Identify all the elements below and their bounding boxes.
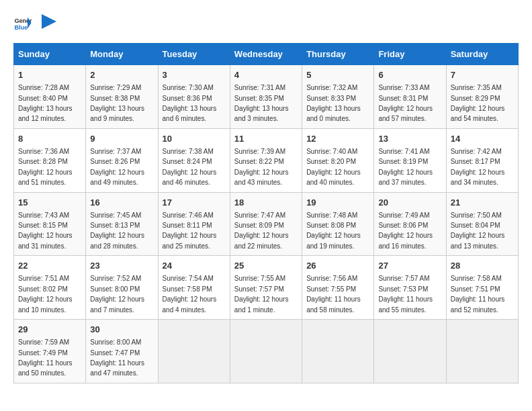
sunrise-info: Sunrise: 7:55 AM — [234, 275, 285, 282]
sunrise-info: Sunrise: 7:47 AM — [234, 212, 285, 219]
sunrise-info: Sunrise: 7:51 AM — [18, 275, 69, 282]
daylight-info: Daylight: 12 hours and 4 minutes. — [163, 295, 217, 313]
daylight-info: Daylight: 12 hours and 16 minutes. — [378, 232, 433, 249]
daylight-info: Daylight: 11 hours and 52 minutes. — [451, 295, 505, 313]
weekday-header-tuesday: Tuesday — [158, 44, 230, 65]
calendar-day-cell: 24 Sunrise: 7:54 AM Sunset: 7:58 PM Dayl… — [158, 256, 230, 320]
sunrise-info: Sunrise: 8:00 AM — [90, 338, 141, 346]
day-number: 21 — [451, 197, 514, 209]
sunset-info: Sunset: 8:31 PM — [378, 95, 428, 102]
sunrise-info: Sunrise: 7:35 AM — [451, 84, 502, 91]
day-number: 8 — [18, 133, 81, 145]
weekday-header-thursday: Thursday — [302, 44, 374, 65]
weekday-header-friday: Friday — [374, 44, 446, 65]
sunrise-info: Sunrise: 7:49 AM — [378, 212, 429, 219]
sunset-info: Sunset: 8:09 PM — [234, 222, 284, 229]
sunrise-info: Sunrise: 7:48 AM — [306, 212, 357, 219]
sunrise-info: Sunrise: 7:29 AM — [90, 84, 141, 91]
daylight-info: Daylight: 12 hours and 19 minutes. — [306, 232, 361, 249]
calendar-day-cell: 8 Sunrise: 7:36 AM Sunset: 8:28 PM Dayli… — [14, 128, 86, 192]
sunset-info: Sunset: 8:35 PM — [234, 95, 284, 102]
calendar-day-cell: 4 Sunrise: 7:31 AM Sunset: 8:35 PM Dayli… — [230, 65, 302, 129]
day-number: 24 — [163, 260, 226, 272]
sunset-info: Sunset: 8:36 PM — [163, 95, 212, 102]
calendar-day-cell: 15 Sunrise: 7:43 AM Sunset: 8:15 PM Dayl… — [14, 192, 86, 256]
calendar-day-cell: 5 Sunrise: 7:32 AM Sunset: 8:33 PM Dayli… — [302, 65, 374, 129]
calendar-day-cell: 3 Sunrise: 7:30 AM Sunset: 8:36 PM Dayli… — [158, 65, 230, 129]
sunset-info: Sunset: 8:20 PM — [306, 158, 356, 165]
svg-marker-3 — [42, 14, 56, 29]
sunset-info: Sunset: 7:49 PM — [18, 349, 68, 357]
logo-arrow-icon — [42, 14, 56, 29]
daylight-info: Daylight: 13 hours and 6 minutes. — [163, 105, 217, 122]
weekday-header-saturday: Saturday — [446, 44, 518, 65]
sunset-info: Sunset: 7:57 PM — [234, 285, 284, 293]
day-number: 9 — [90, 133, 153, 145]
sunrise-info: Sunrise: 7:33 AM — [378, 84, 429, 91]
empty-cell — [446, 320, 518, 383]
calendar-day-cell: 10 Sunrise: 7:38 AM Sunset: 8:24 PM Dayl… — [158, 128, 230, 192]
daylight-info: Daylight: 12 hours and 28 minutes. — [90, 232, 144, 249]
logo-icon: General Blue — [13, 13, 32, 32]
sunrise-info: Sunrise: 7:50 AM — [451, 212, 502, 219]
calendar-day-cell: 2 Sunrise: 7:29 AM Sunset: 8:38 PM Dayli… — [86, 65, 158, 129]
calendar-day-cell: 14 Sunrise: 7:42 AM Sunset: 8:17 PM Dayl… — [446, 128, 518, 192]
sunrise-info: Sunrise: 7:31 AM — [234, 84, 285, 91]
calendar-day-cell: 17 Sunrise: 7:46 AM Sunset: 8:11 PM Dayl… — [158, 192, 230, 256]
calendar-week-row: 1 Sunrise: 7:28 AM Sunset: 8:40 PM Dayli… — [14, 65, 519, 129]
empty-cell — [230, 320, 302, 383]
sunset-info: Sunset: 8:38 PM — [90, 95, 140, 102]
sunrise-info: Sunrise: 7:59 AM — [18, 338, 69, 346]
day-number: 7 — [451, 69, 514, 81]
calendar-day-cell: 13 Sunrise: 7:41 AM Sunset: 8:19 PM Dayl… — [374, 128, 446, 192]
calendar-day-cell: 25 Sunrise: 7:55 AM Sunset: 7:57 PM Dayl… — [230, 256, 302, 320]
daylight-info: Daylight: 11 hours and 50 minutes. — [18, 359, 73, 377]
daylight-info: Daylight: 13 hours and 12 minutes. — [18, 105, 73, 122]
day-number: 2 — [90, 69, 153, 81]
sunrise-info: Sunrise: 7:39 AM — [234, 148, 285, 155]
sunset-info: Sunset: 8:17 PM — [451, 158, 500, 165]
calendar-day-cell: 19 Sunrise: 7:48 AM Sunset: 8:08 PM Dayl… — [302, 192, 374, 256]
day-number: 1 — [18, 69, 81, 81]
calendar-day-cell: 6 Sunrise: 7:33 AM Sunset: 8:31 PM Dayli… — [374, 65, 446, 129]
sunset-info: Sunset: 7:58 PM — [163, 285, 212, 293]
daylight-info: Daylight: 12 hours and 51 minutes. — [18, 169, 73, 186]
day-number: 27 — [378, 260, 441, 272]
daylight-info: Daylight: 12 hours and 22 minutes. — [234, 232, 289, 249]
empty-cell — [302, 320, 374, 383]
svg-text:Blue: Blue — [14, 24, 28, 31]
calendar-day-cell: 29 Sunrise: 7:59 AM Sunset: 7:49 PM Dayl… — [14, 320, 86, 383]
day-number: 26 — [306, 260, 369, 272]
logo: General Blue — [13, 13, 56, 32]
sunset-info: Sunset: 8:08 PM — [306, 222, 356, 229]
calendar-day-cell: 9 Sunrise: 7:37 AM Sunset: 8:26 PM Dayli… — [86, 128, 158, 192]
weekday-header-sunday: Sunday — [14, 44, 86, 65]
sunrise-info: Sunrise: 7:46 AM — [163, 212, 214, 219]
daylight-info: Daylight: 11 hours and 55 minutes. — [378, 295, 433, 313]
day-number: 18 — [234, 197, 298, 209]
day-number: 22 — [18, 260, 81, 272]
daylight-info: Daylight: 12 hours and 25 minutes. — [163, 232, 217, 249]
daylight-info: Daylight: 12 hours and 13 minutes. — [451, 232, 505, 249]
day-number: 10 — [163, 133, 226, 145]
daylight-info: Daylight: 12 hours and 37 minutes. — [378, 169, 433, 186]
sunrise-info: Sunrise: 7:54 AM — [163, 275, 214, 282]
daylight-info: Daylight: 12 hours and 57 minutes. — [378, 105, 433, 122]
sunrise-info: Sunrise: 7:38 AM — [163, 148, 214, 155]
day-number: 14 — [451, 133, 514, 145]
sunset-info: Sunset: 8:33 PM — [306, 95, 356, 102]
weekday-header-wednesday: Wednesday — [230, 44, 302, 65]
calendar-day-cell: 11 Sunrise: 7:39 AM Sunset: 8:22 PM Dayl… — [230, 128, 302, 192]
sunset-info: Sunset: 8:29 PM — [451, 95, 500, 102]
daylight-info: Daylight: 12 hours and 49 minutes. — [90, 169, 144, 186]
calendar-week-row: 22 Sunrise: 7:51 AM Sunset: 8:02 PM Dayl… — [14, 256, 519, 320]
sunrise-info: Sunrise: 7:57 AM — [378, 275, 429, 282]
sunset-info: Sunset: 8:24 PM — [163, 158, 212, 165]
empty-cell — [374, 320, 446, 383]
calendar-day-cell: 23 Sunrise: 7:52 AM Sunset: 8:00 PM Dayl… — [86, 256, 158, 320]
daylight-info: Daylight: 11 hours and 47 minutes. — [90, 359, 144, 377]
day-number: 4 — [234, 69, 298, 81]
calendar-day-cell: 21 Sunrise: 7:50 AM Sunset: 8:04 PM Dayl… — [446, 192, 518, 256]
calendar-day-cell: 27 Sunrise: 7:57 AM Sunset: 7:53 PM Dayl… — [374, 256, 446, 320]
sunrise-info: Sunrise: 7:45 AM — [90, 212, 141, 219]
